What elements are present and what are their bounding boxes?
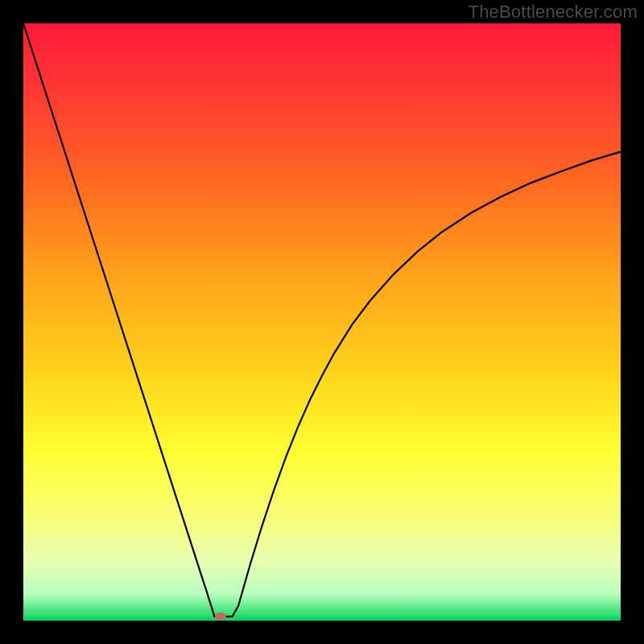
minimum-marker [215, 613, 226, 621]
watermark-text: TheBottlenecker.com [469, 2, 638, 23]
gradient-background [23, 23, 621, 621]
plot-svg [23, 23, 621, 621]
chart-frame: TheBottlenecker.com [0, 0, 644, 644]
plot-area [23, 23, 621, 621]
